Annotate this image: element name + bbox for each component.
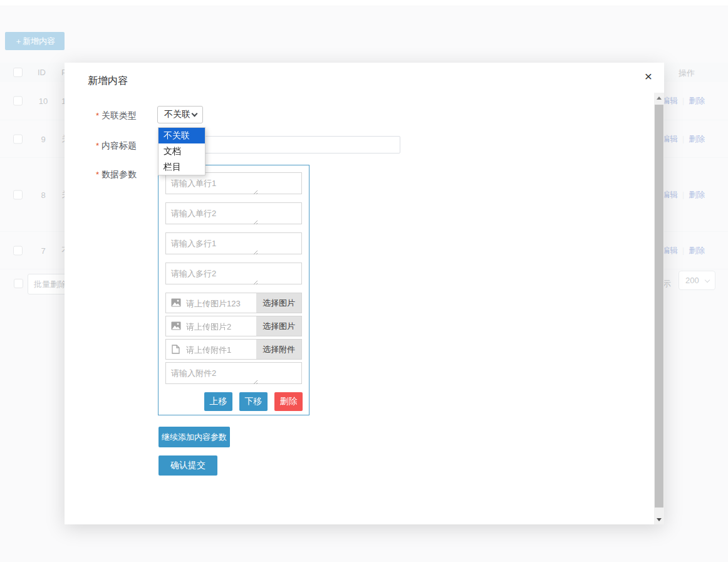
scrollbar-thumb[interactable]: [655, 105, 663, 507]
relation-type-value: 不关联: [164, 109, 190, 120]
image-icon: [171, 298, 181, 307]
relation-type-label: *关联类型: [65, 110, 137, 122]
dropdown-option[interactable]: 栏目: [159, 159, 205, 175]
add-more-params-button[interactable]: 继续添加内容参数: [159, 427, 230, 447]
upload-placeholder: 请上传图片123: [186, 298, 241, 310]
data-params-label: *数据参数: [65, 169, 137, 180]
image-upload-row-2: 请上传图片2 选择图片: [165, 316, 302, 336]
upload-placeholder: 请上传附件1: [186, 345, 231, 356]
add-content-modal: 新增内容 × *关联类型 不关联 不关联 文档 栏目 *内容标题 *数据参数 请…: [65, 63, 664, 524]
scroll-up-arrow[interactable]: [654, 93, 664, 103]
dropdown-option-selected[interactable]: 不关联: [159, 128, 205, 143]
image-icon: [171, 321, 181, 330]
chevron-down-icon: [192, 111, 198, 117]
choose-image-button[interactable]: 选择图片: [256, 293, 301, 313]
upload-placeholder: 请上传图片2: [186, 321, 231, 333]
delete-param-button[interactable]: 删除: [274, 392, 303, 411]
relation-type-dropdown: 不关联 文档 栏目: [158, 127, 205, 175]
content-title-label: *内容标题: [65, 140, 137, 152]
move-up-button[interactable]: 上移: [204, 392, 232, 411]
move-down-button[interactable]: 下移: [239, 392, 268, 411]
file-icon: [172, 345, 180, 354]
dropdown-option[interactable]: 文档: [159, 143, 205, 159]
required-mark: *: [96, 111, 99, 120]
relation-type-select[interactable]: 不关联: [157, 106, 203, 123]
modal-scrollbar: [654, 93, 664, 524]
choose-image-button[interactable]: 选择图片: [256, 316, 301, 336]
required-mark: *: [96, 170, 99, 179]
param-group-box: 请上传图片123 选择图片 请上传图片2 选择图片 请上传附件1 选择附件 上移…: [158, 165, 309, 415]
choose-file-button[interactable]: 选择附件: [256, 340, 301, 359]
multi-line-1-textarea[interactable]: [165, 232, 302, 254]
file-input-2-textarea[interactable]: [165, 362, 302, 384]
scroll-down-arrow[interactable]: [654, 514, 664, 524]
file-upload-row-1: 请上传附件1 选择附件: [165, 339, 302, 360]
submit-button[interactable]: 确认提交: [159, 455, 217, 476]
single-line-1-textarea[interactable]: [165, 172, 302, 194]
single-line-2-textarea[interactable]: [165, 202, 302, 224]
close-icon[interactable]: ×: [645, 70, 652, 83]
required-mark: *: [96, 141, 99, 150]
modal-title: 新增内容: [88, 75, 128, 88]
multi-line-2-textarea[interactable]: [165, 263, 302, 284]
image-upload-row-1: 请上传图片123 选择图片: [165, 293, 302, 313]
